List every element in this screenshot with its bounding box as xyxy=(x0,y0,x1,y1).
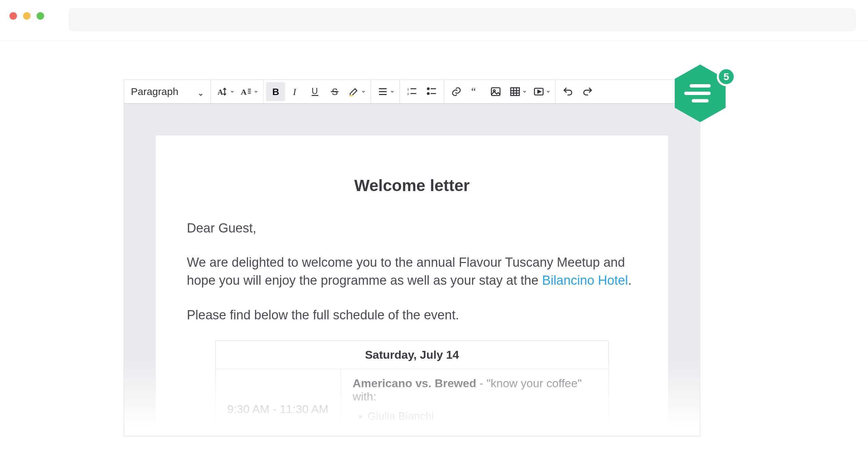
svg-text:B: B xyxy=(272,86,279,97)
italic-button[interactable]: I xyxy=(286,82,305,101)
underline-button[interactable]: U xyxy=(305,82,324,101)
document-title[interactable]: Welcome letter xyxy=(187,176,637,195)
greeting-paragraph[interactable]: Dear Guest, xyxy=(187,219,637,237)
badge-count: 5 xyxy=(717,67,736,86)
media-button[interactable] xyxy=(530,82,553,101)
svg-text:A: A xyxy=(241,87,247,96)
schedule-session-cell[interactable]: Americano vs. Brewed - "know your coffee… xyxy=(341,369,609,436)
chevron-down-icon xyxy=(254,89,258,94)
session-title-strong: Americano vs. Brewed xyxy=(353,377,476,390)
link-button[interactable] xyxy=(447,82,466,101)
svg-rect-23 xyxy=(511,88,519,95)
svg-text:U: U xyxy=(312,86,318,96)
svg-text:A: A xyxy=(217,88,223,96)
svg-text:1: 1 xyxy=(407,87,409,91)
bold-button[interactable]: B xyxy=(266,82,285,101)
align-button[interactable] xyxy=(374,82,397,101)
editor-toolbar: Paragraph A A B xyxy=(124,79,700,104)
hotel-link[interactable]: Bilancino Hotel xyxy=(542,273,628,287)
table-button[interactable] xyxy=(506,82,529,101)
editor-shell: Paragraph A A B xyxy=(124,79,700,436)
svg-text:“: “ xyxy=(471,86,476,97)
page-area: Paragraph A A B xyxy=(0,41,868,450)
svg-text:I: I xyxy=(293,86,297,97)
svg-rect-21 xyxy=(491,88,500,95)
heading-select-label: Paragraph xyxy=(131,86,178,97)
url-bar-container xyxy=(44,8,868,31)
heading-select[interactable]: Paragraph xyxy=(124,86,211,97)
blockquote-button[interactable]: “ xyxy=(467,82,486,101)
schedule-intro-paragraph[interactable]: Please find below the full schedule of t… xyxy=(187,306,637,324)
window-fullscreen-button[interactable] xyxy=(37,12,44,20)
window-close-button[interactable] xyxy=(9,12,17,20)
window-controls xyxy=(0,8,44,20)
editor-badge[interactable]: 5 xyxy=(675,64,736,126)
table-row: 9:30 AM - 11:30 AM Americano vs. Brewed … xyxy=(216,369,609,436)
window-minimize-button[interactable] xyxy=(23,12,31,20)
chevron-down-icon xyxy=(361,89,366,94)
url-bar[interactable] xyxy=(68,8,856,31)
intro-text-after-link: . xyxy=(628,273,632,287)
image-button[interactable] xyxy=(486,82,505,101)
browser-chrome xyxy=(0,0,868,41)
chevron-down-icon xyxy=(546,89,551,94)
font-size-button[interactable]: A xyxy=(237,82,260,101)
chevron-down-icon xyxy=(522,89,527,94)
chevron-down-icon xyxy=(230,89,235,94)
chevron-down-icon xyxy=(198,89,204,95)
schedule-header[interactable]: Saturday, July 14 xyxy=(216,340,609,369)
chevron-down-icon xyxy=(390,89,395,94)
svg-rect-8 xyxy=(350,95,353,96)
svg-marker-29 xyxy=(538,90,541,93)
speaker-item: Giulia Bianchi xyxy=(368,408,597,425)
bulleted-list-button[interactable] xyxy=(422,82,441,101)
svg-text:2: 2 xyxy=(407,92,409,95)
redo-button[interactable] xyxy=(578,82,597,101)
svg-point-17 xyxy=(428,93,429,94)
speaker-item: Stefano Garau xyxy=(368,425,597,436)
svg-point-16 xyxy=(428,88,429,89)
strikethrough-button[interactable]: S xyxy=(325,82,344,101)
intro-paragraph[interactable]: We are delighted to welcome you to the a… xyxy=(187,254,637,289)
highlight-button[interactable] xyxy=(345,82,368,101)
schedule-time-cell[interactable]: 9:30 AM - 11:30 AM xyxy=(216,369,341,436)
line-height-button[interactable]: A xyxy=(214,82,237,101)
document-page[interactable]: Welcome letter Dear Guest, We are deligh… xyxy=(155,135,669,436)
schedule-table[interactable]: Saturday, July 14 9:30 AM - 11:30 AM Ame… xyxy=(215,340,609,436)
numbered-list-button[interactable]: 12 xyxy=(402,82,421,101)
undo-button[interactable] xyxy=(558,82,577,101)
editor-canvas: Welcome letter Dear Guest, We are deligh… xyxy=(124,104,700,436)
